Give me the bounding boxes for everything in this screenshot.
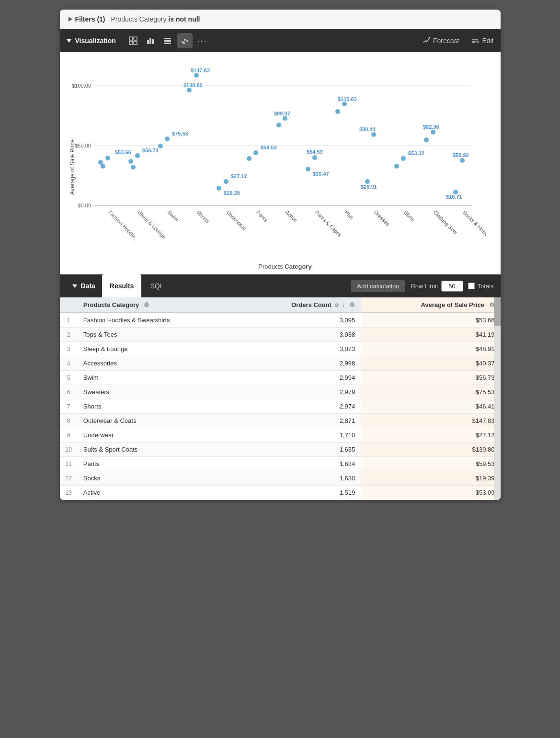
svg-rect-4 xyxy=(147,40,149,44)
row-number: 9 xyxy=(60,428,78,443)
svg-point-47 xyxy=(306,167,310,171)
svg-text:$27.12: $27.12 xyxy=(231,173,247,179)
svg-text:$56.73: $56.73 xyxy=(142,148,159,153)
totals-section: Totals xyxy=(468,283,494,290)
category-col-gear-icon[interactable]: ⚙ xyxy=(144,301,149,308)
more-options-button[interactable]: ··· xyxy=(194,33,210,48)
filter-field: Products Category xyxy=(111,15,167,23)
dot-active-1 xyxy=(283,116,287,121)
row-avg-price: $147.83 xyxy=(361,414,500,428)
svg-text:Skirts: Skirts xyxy=(402,209,416,223)
svg-text:Underwear: Underwear xyxy=(225,209,248,232)
row-avg-price: $19.39 xyxy=(361,471,500,486)
orders-sort-icon[interactable]: ↓ xyxy=(342,302,345,308)
orders-col-gear-icon[interactable]: ⚙ xyxy=(349,301,355,308)
edit-button[interactable]: Edit xyxy=(471,37,493,45)
edit-label: Edit xyxy=(482,37,493,45)
visualization-title[interactable]: Visualization xyxy=(67,37,116,45)
svg-point-13 xyxy=(183,42,185,44)
svg-text:$130.80: $130.80 xyxy=(183,82,203,88)
table-row: 8 Outerwear & Coats 2,871 $147.83 xyxy=(60,414,501,428)
row-limit-input[interactable] xyxy=(441,281,463,292)
svg-rect-9 xyxy=(164,43,171,44)
bar-chart-button[interactable] xyxy=(143,33,158,48)
row-avg-price: $75.53 xyxy=(361,385,500,399)
data-triangle-icon xyxy=(72,284,77,288)
forecast-button[interactable]: Forecast xyxy=(423,37,459,45)
svg-point-33 xyxy=(131,165,136,170)
svg-text:$115.03: $115.03 xyxy=(338,96,357,102)
svg-text:$53.66: $53.66 xyxy=(115,149,131,155)
data-section-title[interactable]: Data xyxy=(67,274,101,297)
row-orders-count: 3,095 xyxy=(238,313,361,328)
col-avgprice-label: Average of Sale Price xyxy=(421,301,484,308)
svg-text:Sleep & Lounge: Sleep & Lounge xyxy=(137,209,167,240)
svg-point-37 xyxy=(187,88,192,92)
row-orders-count: 2,974 xyxy=(238,399,361,414)
list-view-button[interactable] xyxy=(160,33,175,48)
table-row: 5 Swim 2,994 $56.73 xyxy=(60,371,501,385)
svg-point-12 xyxy=(186,40,188,42)
table-view-button[interactable] xyxy=(126,33,141,48)
row-avg-price: $40.37 xyxy=(361,356,500,371)
row-category: Sweaters xyxy=(78,385,238,399)
table-row: 9 Underwear 1,710 $27.12 xyxy=(60,428,501,443)
svg-point-57 xyxy=(424,137,429,142)
scatter-plot-button[interactable] xyxy=(177,33,193,48)
orders-filter-icon[interactable]: ⊘ xyxy=(334,302,339,308)
dot-pantscapris-1 xyxy=(312,155,317,160)
row-number: 12 xyxy=(60,471,78,486)
row-category: Accessories xyxy=(78,356,238,371)
svg-text:Pants: Pants xyxy=(255,209,269,223)
svg-point-30 xyxy=(101,164,105,169)
col-orders-header: Orders Count ⊘ ↓ ⚙ xyxy=(238,297,361,313)
col-row-num xyxy=(60,297,78,313)
viz-icons-group: ··· xyxy=(126,33,210,48)
totals-checkbox[interactable] xyxy=(468,283,475,289)
filters-toggle[interactable]: Filters (1) xyxy=(69,15,105,23)
row-category: Pants xyxy=(78,457,238,471)
sql-tab[interactable]: SQL xyxy=(142,274,171,297)
row-number: 8 xyxy=(60,414,78,428)
data-table-wrapper: Products Category ⚙ Orders Count ⊘ ↓ ⚙ A… xyxy=(60,297,501,500)
svg-text:Products Category: Products Category xyxy=(258,263,312,270)
svg-text:$39.47: $39.47 xyxy=(313,171,329,177)
svg-point-45 xyxy=(276,123,281,127)
row-category: Underwear xyxy=(78,428,238,443)
results-table: Products Category ⚙ Orders Count ⊘ ↓ ⚙ A… xyxy=(60,297,501,500)
svg-text:$50.92: $50.92 xyxy=(453,152,469,158)
table-row: 3 Sleep & Lounge 3,023 $48.91 xyxy=(60,342,501,356)
svg-text:$100.00: $100.00 xyxy=(72,83,91,89)
row-orders-count: 1,519 xyxy=(238,486,361,500)
table-row: 7 Shorts 2,974 $46.41 xyxy=(60,399,501,414)
row-avg-price: $46.41 xyxy=(361,399,500,414)
row-number: 1 xyxy=(60,313,78,328)
svg-rect-6 xyxy=(152,39,154,44)
row-category: Suits & Sport Coats xyxy=(78,443,238,457)
row-orders-count: 2,871 xyxy=(238,414,361,428)
svg-text:$82.96: $82.96 xyxy=(423,124,439,130)
add-calculation-button[interactable]: Add calculation xyxy=(351,280,405,292)
svg-text:$147.83: $147.83 xyxy=(191,68,210,73)
row-number: 13 xyxy=(60,486,78,500)
row-number: 2 xyxy=(60,328,78,342)
scrollbar-thumb[interactable] xyxy=(494,297,501,326)
row-limit-label: Row Limit xyxy=(411,283,438,290)
data-bar: Data Results SQL Add calculation Row Lim… xyxy=(60,274,501,297)
table-row: 13 Active 1,519 $53.09 xyxy=(60,486,501,500)
dot-sleep-1 xyxy=(135,153,140,158)
svg-point-50 xyxy=(335,109,340,114)
svg-text:Socks & Hosiery: Socks & Hosiery xyxy=(461,209,486,241)
row-orders-count: 3,023 xyxy=(238,342,361,356)
row-number: 11 xyxy=(60,457,78,471)
results-tab[interactable]: Results xyxy=(102,274,142,297)
row-avg-price: $130.80 xyxy=(361,443,500,457)
scrollbar[interactable] xyxy=(494,297,501,500)
svg-rect-8 xyxy=(164,40,171,42)
svg-text:$53.32: $53.32 xyxy=(408,150,424,156)
svg-text:Clothing Sets: Clothing Sets xyxy=(432,209,458,236)
svg-point-35 xyxy=(158,144,163,148)
row-category: Tops & Tees xyxy=(78,328,238,342)
svg-point-40 xyxy=(217,186,221,191)
table-row: 10 Suits & Sport Coats 1,635 $130.80 xyxy=(60,443,501,457)
